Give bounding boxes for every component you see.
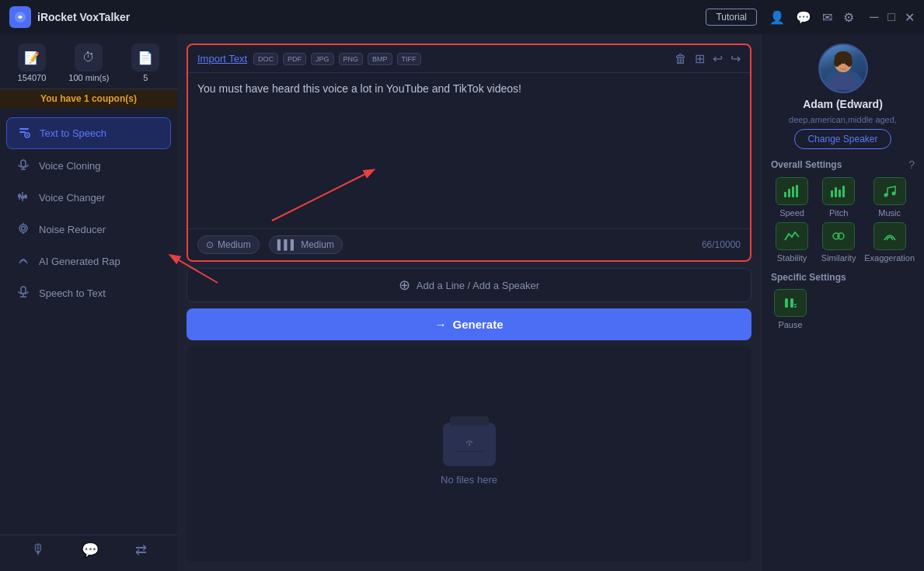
svg-rect-43 xyxy=(785,298,788,308)
setting-music[interactable]: Music xyxy=(864,177,915,218)
sidebar-item-ai-generated-rap[interactable]: AI Generated Rap xyxy=(6,246,171,277)
editor-textarea[interactable]: You must have heard this voice a lot in … xyxy=(188,73,750,228)
voice-changer-label: Voice Changer xyxy=(39,192,105,204)
app-logo xyxy=(9,6,31,28)
svg-point-10 xyxy=(19,195,21,197)
svg-rect-32 xyxy=(788,189,790,197)
setting-pitch[interactable]: Pitch xyxy=(818,177,859,218)
settings-grid: Speed Pitch xyxy=(771,177,915,263)
bmp-icon[interactable]: BMP xyxy=(368,53,392,65)
pause-label: Pause xyxy=(778,320,802,329)
help-icon[interactable]: ? xyxy=(908,158,915,171)
speed-badge[interactable]: ⊙ Medium xyxy=(197,235,260,254)
stability-icon-box xyxy=(776,222,808,250)
sidebar-item-noise-reducer[interactable]: Noise Reducer xyxy=(6,214,171,245)
user-icon[interactable]: 👤 xyxy=(769,10,785,25)
speech-to-text-label: Speech to Text xyxy=(39,287,106,299)
add-line-label: Add a Line / Add a Speaker xyxy=(417,280,539,291)
avatar-image xyxy=(820,45,866,92)
settings-header: Overall Settings ? xyxy=(771,158,915,171)
settings-icon[interactable]: ⚙ xyxy=(843,10,854,25)
sidebar-item-speech-to-text[interactable]: Speech to Text xyxy=(6,278,171,308)
redo-icon[interactable]: ↪ xyxy=(730,51,741,66)
pitch-value: Medium xyxy=(301,239,334,250)
png-icon[interactable]: PNG xyxy=(339,53,364,65)
sidebar-item-voice-cloning[interactable]: Voice Cloning xyxy=(6,151,171,181)
svg-point-29 xyxy=(839,63,841,65)
titlebar: iRocket VoxTalker Tutorial 👤 💬 ✉ ⚙ ─ □ ✕ xyxy=(0,0,924,34)
svg-rect-35 xyxy=(831,190,833,197)
svg-rect-1 xyxy=(19,128,29,130)
speaker-card: Adam (Edward) deep,american,middle aged,… xyxy=(771,44,915,149)
setting-stability[interactable]: Stability xyxy=(771,222,813,263)
sidebar-item-text-to-speech[interactable]: Text to Speech xyxy=(6,117,171,149)
files-value: 5 xyxy=(143,73,148,82)
editor-footer: ⊙ Medium ▌▌▌ Medium 66/10000 xyxy=(188,228,750,260)
svg-rect-34 xyxy=(796,185,798,197)
mail-icon[interactable]: ✉ xyxy=(822,10,832,25)
minimize-button[interactable]: ─ xyxy=(870,10,878,24)
svg-rect-44 xyxy=(790,298,793,308)
maximize-button[interactable]: □ xyxy=(887,10,895,24)
similarity-label: Similarity xyxy=(821,253,856,263)
change-speaker-button[interactable]: Change Speaker xyxy=(794,129,891,149)
speaker-avatar xyxy=(818,44,868,93)
sidebar-nav: Text to Speech Voice Cloning xyxy=(0,108,177,534)
files-empty-text: No files here xyxy=(441,474,497,486)
setting-pause[interactable]: Pause xyxy=(771,289,810,329)
svg-point-11 xyxy=(22,197,24,199)
similarity-icon-box xyxy=(822,222,855,250)
stability-label: Stability xyxy=(777,253,807,263)
main-layout: 📝 154070 ⏱ 100 min(s) 📄 5 You have 1 cou… xyxy=(0,34,924,571)
tiff-icon[interactable]: TIFF xyxy=(397,53,421,65)
tutorial-button[interactable]: Tutorial xyxy=(706,9,757,26)
svg-rect-33 xyxy=(792,186,794,197)
svg-rect-21 xyxy=(455,451,483,452)
svg-point-28 xyxy=(846,57,853,67)
chat-icon[interactable]: 💬 xyxy=(82,541,99,559)
svg-point-42 xyxy=(838,233,844,239)
time-icon: ⏱ xyxy=(75,44,103,71)
undo-icon[interactable]: ↩ xyxy=(713,51,723,66)
setting-similarity[interactable]: Similarity xyxy=(818,222,859,263)
generate-label: Generate xyxy=(452,318,503,331)
svg-point-12 xyxy=(25,196,27,198)
microphone-icon[interactable]: 🎙 xyxy=(31,541,45,559)
stat-time: ⏱ 100 min(s) xyxy=(68,44,109,82)
char-count: 66/10000 xyxy=(702,239,741,250)
file-type-icons: DOC PDF JPG PNG BMP TIFF xyxy=(253,53,421,65)
app-title: iRocket VoxTalker xyxy=(37,11,706,23)
setting-exaggeration[interactable]: Exaggeration xyxy=(864,222,915,263)
coupon-banner[interactable]: You have 1 coupon(s) xyxy=(0,89,177,108)
time-value: 100 min(s) xyxy=(68,73,109,82)
ai-rap-icon xyxy=(16,254,31,269)
pitch-badge[interactable]: ▌▌▌ Medium xyxy=(269,235,343,254)
pdf-icon[interactable]: PDF xyxy=(283,53,306,65)
stat-files: 📄 5 xyxy=(131,44,159,82)
add-line-button[interactable]: ⊕ Add a Line / Add a Speaker xyxy=(187,268,751,302)
pitch-label: Pitch xyxy=(829,208,848,218)
svg-rect-4 xyxy=(21,160,26,167)
speaker-name: Adam (Edward) xyxy=(803,98,883,110)
svg-point-30 xyxy=(845,63,847,65)
speed-icon-box xyxy=(776,177,808,205)
chars-icon: 📝 xyxy=(18,44,46,71)
import-text-button[interactable]: Import Text xyxy=(197,53,247,64)
specific-settings-title: Specific Settings xyxy=(771,272,915,283)
discord-icon[interactable]: 💬 xyxy=(796,10,811,25)
speaker-tags: deep,american,middle aged, xyxy=(789,115,897,124)
add-text-icon[interactable]: ⊞ xyxy=(695,51,705,66)
delete-icon[interactable]: 🗑 xyxy=(675,52,687,66)
doc-icon[interactable]: DOC xyxy=(253,53,278,65)
jpg-icon[interactable]: JPG xyxy=(311,53,334,65)
generate-arrow-icon: → xyxy=(434,318,446,331)
generate-button[interactable]: → Generate xyxy=(187,308,751,340)
shuffle-icon[interactable]: ⇄ xyxy=(135,541,147,559)
sidebar-item-voice-changer[interactable]: Voice Changer xyxy=(6,183,171,213)
setting-speed[interactable]: Speed xyxy=(771,177,813,218)
text-to-speech-label: Text to Speech xyxy=(40,127,106,139)
titlebar-icons: 👤 💬 ✉ ⚙ xyxy=(769,10,854,25)
close-button[interactable]: ✕ xyxy=(905,10,915,25)
specific-settings: Specific Settings Pause xyxy=(771,272,915,329)
svg-rect-38 xyxy=(842,186,845,197)
